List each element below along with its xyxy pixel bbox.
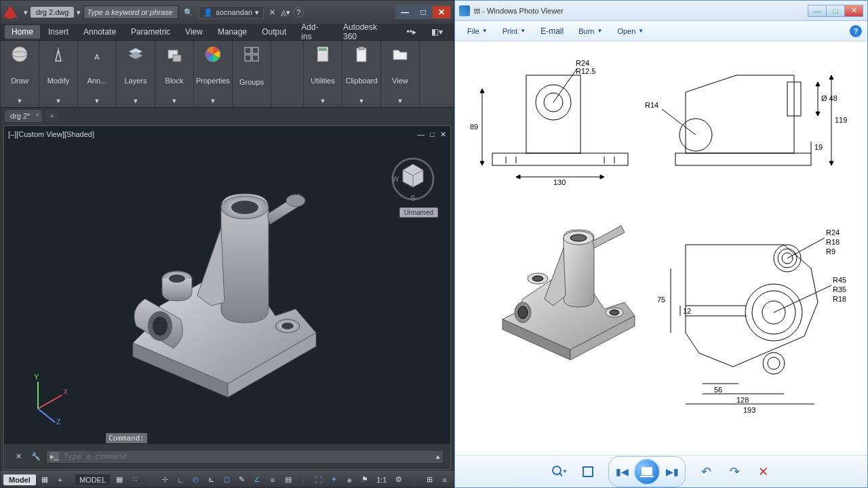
layout-add-icon[interactable]: ▦ — [39, 474, 52, 486]
chevron-down-icon[interactable]: ▼ — [172, 98, 178, 104]
filename-tab[interactable]: drg 2.dwg — [31, 7, 74, 18]
close-button[interactable]: ✕ — [432, 5, 451, 19]
menu-icon[interactable]: ≡ — [438, 474, 451, 486]
grid-icon[interactable]: ▦ — [113, 474, 125, 486]
gear-icon[interactable]: ⚙ — [392, 474, 405, 486]
close-icon[interactable]: × — [36, 111, 40, 119]
actual-size-button[interactable] — [580, 464, 596, 480]
panel-utilities[interactable]: Utilities ▼ — [304, 41, 342, 107]
ribbon-collapse-button[interactable]: ◧▾ — [425, 25, 450, 39]
customize-icon[interactable]: ⊞ — [423, 474, 436, 486]
minimize-button[interactable]: — — [395, 5, 414, 19]
viewport[interactable]: [–][Custom View][Shaded] — □ ✕ S W Unnam… — [3, 125, 451, 470]
snap-icon[interactable]: ∷ — [128, 474, 141, 486]
chevron-down-icon[interactable]: ▼ — [320, 98, 326, 104]
menu-burn[interactable]: Burn▼ — [572, 24, 609, 38]
panel-layers[interactable]: Layers ▼ — [117, 41, 155, 107]
next-button[interactable]: ▶▮ — [662, 463, 682, 481]
polar-icon[interactable]: ◴ — [189, 474, 202, 486]
tab-view[interactable]: View — [178, 25, 210, 39]
cloud-icon[interactable]: ◬▾ — [281, 8, 290, 17]
user-menu[interactable]: 👤 socnandan ▾ — [199, 6, 264, 19]
wrench-icon[interactable]: 🔧 — [28, 451, 43, 463]
minimize-viewport-button[interactable]: — — [417, 130, 425, 139]
document-tab-label: drg 2* — [10, 112, 30, 120]
zoom-button[interactable]: ▼ — [551, 464, 568, 480]
close-cmd-icon[interactable]: ✕ — [11, 451, 26, 463]
close-button[interactable]: ✕ — [844, 5, 863, 17]
viewcube[interactable]: S W — [389, 153, 437, 201]
maximize-button[interactable]: □ — [826, 5, 845, 17]
maximize-button[interactable]: □ — [414, 5, 433, 19]
rotate-cw-button[interactable]: ↷ — [726, 464, 743, 480]
maximize-viewport-button[interactable]: □ — [430, 130, 435, 139]
chevron-down-icon[interactable]: ▼ — [359, 98, 365, 104]
panel-draw[interactable]: Draw ▼ — [1, 41, 39, 107]
transparency-icon[interactable]: ▤ — [281, 474, 294, 486]
tab-home[interactable]: Home — [5, 25, 40, 39]
chevron-down-icon[interactable]: ▼ — [94, 98, 100, 104]
plus-icon[interactable]: + — [54, 474, 66, 486]
binoculars-icon[interactable]: 🔍 — [181, 8, 196, 17]
tab-annotate[interactable]: Annotate — [77, 25, 123, 39]
help-icon[interactable]: ? — [293, 7, 304, 18]
command-input-box[interactable]: ▸_ ▴ — [46, 450, 443, 464]
panel-groups[interactable]: Groups — [233, 41, 271, 107]
tab-manage[interactable]: Manage — [211, 25, 254, 39]
dropdown-icon[interactable]: ▾ — [77, 8, 81, 17]
document-tabs: drg 2* × + — [1, 108, 454, 124]
chevron-down-icon[interactable]: ▼ — [210, 98, 216, 104]
menu-print[interactable]: Print▼ — [496, 24, 533, 38]
isodraft-icon[interactable]: ⊾ — [205, 474, 218, 486]
chevron-down-icon[interactable]: ▼ — [133, 98, 139, 104]
chevron-down-icon[interactable]: ▼ — [17, 98, 23, 104]
tab-parametric[interactable]: Parametric — [124, 25, 177, 39]
ortho-icon[interactable]: ∟ — [174, 474, 187, 486]
gizmo-icon[interactable]: ✦ — [328, 474, 340, 486]
tab-more[interactable]: ••▸ — [400, 25, 423, 39]
lineweight-icon[interactable]: ≡ — [267, 474, 279, 486]
panel-annotation[interactable]: A Ann... ▼ — [78, 41, 117, 107]
tab-output[interactable]: Output — [255, 25, 293, 39]
chevron-down-icon[interactable]: ▼ — [56, 98, 62, 104]
chevron-up-icon[interactable]: ▴ — [436, 452, 440, 461]
exchange-icon[interactable]: ✕ — [267, 8, 278, 17]
minimize-button[interactable]: — — [808, 5, 827, 17]
panel-view[interactable]: View ▼ — [381, 41, 420, 107]
search-input[interactable]: Type a keyword or phrase — [83, 5, 178, 19]
dropdown-icon[interactable]: ▾ — [24, 8, 28, 17]
close-viewport-button[interactable]: ✕ — [440, 130, 446, 139]
view-name-button[interactable]: Unnamed — [399, 207, 438, 218]
chevron-down-icon[interactable]: ▼ — [397, 98, 403, 104]
3dosnap-icon[interactable]: ✎ — [235, 474, 248, 486]
panel-modify[interactable]: Modify ▼ — [39, 41, 78, 107]
menu-email[interactable]: E-mail — [534, 24, 570, 39]
anno-person-icon[interactable]: ⚑ — [359, 474, 372, 486]
panel-properties[interactable]: Properties ▼ — [194, 41, 233, 107]
document-tab[interactable]: drg 2* × — [5, 110, 42, 122]
otrack-icon[interactable]: ∠ — [251, 474, 264, 486]
delete-button[interactable]: ✕ — [755, 464, 771, 480]
prev-button[interactable]: ▮◀ — [612, 463, 632, 481]
osnap-icon[interactable]: ◻ — [220, 474, 233, 486]
window-title: ttt - Windows Photo Viewer — [474, 7, 564, 15]
menu-file[interactable]: File▼ — [460, 24, 494, 38]
tab-insert[interactable]: Insert — [41, 25, 75, 39]
help-icon[interactable]: ? — [850, 25, 862, 37]
filter-icon[interactable]: ⎈ — [343, 474, 356, 486]
viewport-label[interactable]: [–][Custom View][Shaded] — [8, 130, 94, 138]
svg-text:S: S — [410, 194, 415, 201]
panel-block[interactable]: Block ▼ — [155, 41, 194, 107]
menu-open[interactable]: Open▼ — [610, 24, 650, 38]
model-tab[interactable]: Model — [3, 474, 36, 485]
infer-icon[interactable]: ⊹ — [159, 474, 172, 486]
panel-clipboard[interactable]: Clipboard ▼ — [342, 41, 381, 107]
modelspace-button[interactable]: MODEL — [75, 474, 110, 485]
scale-button[interactable]: 1:1 — [374, 476, 389, 484]
selection-icon[interactable]: ⛶ — [313, 474, 326, 486]
image-canvas[interactable]: R24 R12.5 130 89 R14 Ø 48 — [455, 41, 867, 455]
slideshow-button[interactable] — [633, 458, 660, 485]
command-input[interactable] — [63, 452, 432, 461]
rotate-ccw-button[interactable]: ↶ — [698, 464, 714, 480]
new-tab-button[interactable]: + — [45, 110, 58, 122]
